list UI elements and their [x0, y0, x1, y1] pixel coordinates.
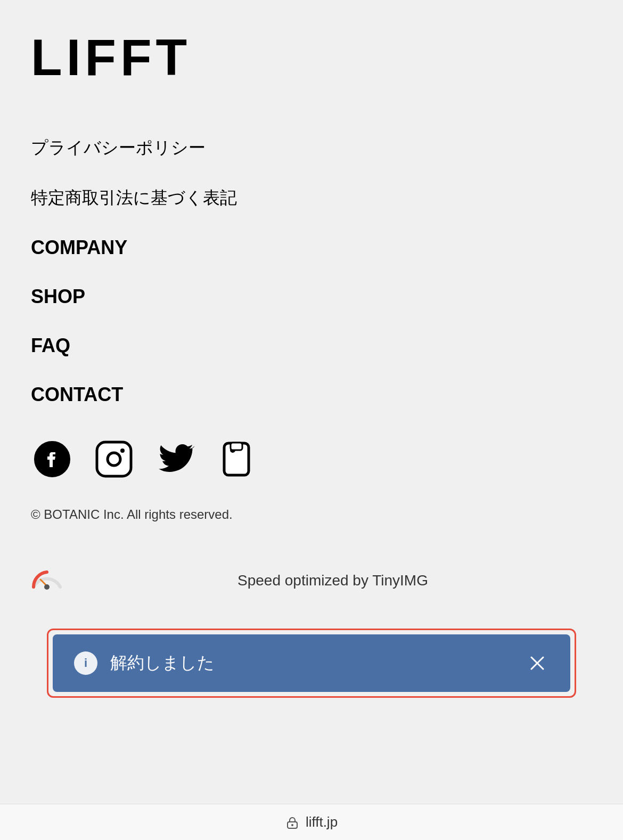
twitter-icon[interactable] — [154, 438, 197, 480]
nav-item-company[interactable]: COMPANY — [31, 236, 592, 259]
tinyimg-text: Speed optimized by TinyIMG — [73, 572, 592, 589]
nav-item-faq[interactable]: FAQ — [31, 335, 592, 357]
bottom-bar-url: lifft.jp — [306, 814, 338, 830]
tinyimg-section: Speed optimized by TinyIMG — [31, 565, 592, 597]
social-icons-container — [31, 438, 592, 480]
nav-link-privacy[interactable]: プライバシーポリシー — [31, 136, 592, 160]
svg-point-3 — [120, 448, 125, 453]
notification-text: 解約しました — [110, 651, 215, 675]
nav-link-law[interactable]: 特定商取引法に基づく表記 — [31, 186, 592, 210]
svg-point-11 — [291, 824, 293, 826]
info-icon: i — [74, 651, 97, 675]
nav-link-faq[interactable]: FAQ — [31, 335, 592, 357]
nav-list: プライバシーポリシー 特定商取引法に基づく表記 COMPANY SHOP FAQ… — [31, 136, 592, 406]
nav-link-contact[interactable]: CONTACT — [31, 384, 592, 406]
copyright-text: © BOTANIC Inc. All rights reserved. — [31, 507, 592, 522]
notification-banner: i 解約しました — [53, 634, 570, 692]
lock-icon — [285, 815, 299, 829]
notification-container: i 解約しました — [31, 629, 592, 698]
note-icon[interactable] — [216, 438, 259, 480]
svg-point-2 — [108, 453, 120, 466]
nav-link-shop[interactable]: SHOP — [31, 286, 592, 308]
nav-item-privacy[interactable]: プライバシーポリシー — [31, 136, 592, 160]
svg-point-7 — [44, 584, 50, 590]
speedometer-icon — [31, 565, 63, 597]
site-logo: LIFFT — [31, 32, 592, 83]
svg-rect-6 — [231, 443, 242, 450]
nav-item-shop[interactable]: SHOP — [31, 286, 592, 308]
nav-item-law[interactable]: 特定商取引法に基づく表記 — [31, 186, 592, 210]
nav-link-company[interactable]: COMPANY — [31, 236, 592, 259]
notification-left: i 解約しました — [74, 651, 215, 675]
nav-item-contact[interactable]: CONTACT — [31, 384, 592, 406]
notification-close-button[interactable] — [526, 651, 549, 675]
instagram-icon[interactable] — [93, 438, 135, 480]
facebook-icon[interactable] — [31, 438, 73, 480]
bottom-bar: lifft.jp — [0, 804, 623, 840]
notification-border: i 解約しました — [47, 629, 576, 698]
